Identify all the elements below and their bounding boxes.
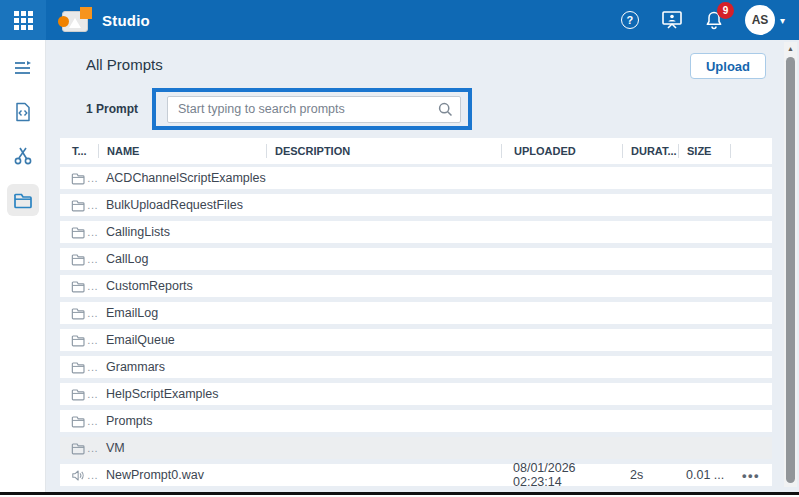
- help-icon: ?: [621, 11, 639, 29]
- table-row[interactable]: ...CustomReports: [60, 275, 772, 297]
- avatar: AS: [745, 5, 775, 35]
- col-header-description[interactable]: DESCRIPTION: [266, 144, 501, 158]
- col-header-type[interactable]: T...: [60, 144, 98, 158]
- table-row[interactable]: ...VM: [60, 437, 772, 459]
- topbar-actions: ? 9 AS ▾: [619, 5, 799, 35]
- cell-name[interactable]: CallingLists: [98, 225, 266, 239]
- type-ellipsis: ...: [87, 469, 98, 481]
- scroll-up-arrow-icon[interactable]: ▲: [784, 42, 797, 54]
- table-row[interactable]: ...Prompts: [60, 410, 772, 432]
- cell-type: ...: [60, 253, 98, 266]
- table-row[interactable]: ...EmailQueue: [60, 329, 772, 351]
- search-icon: [438, 102, 453, 117]
- table-row[interactable]: ...Grammars: [60, 356, 772, 378]
- prompts-table: T... NAME DESCRIPTION UPLOADED DURAT... …: [60, 138, 772, 491]
- col-header-name[interactable]: NAME: [98, 144, 266, 158]
- folder-icon: [71, 415, 85, 428]
- cell-name[interactable]: NewPrompt0.wav: [98, 468, 266, 482]
- cell-uploaded: 08/01/2026 02:23:14: [501, 461, 622, 489]
- cell-name[interactable]: EmailQueue: [98, 333, 266, 347]
- type-ellipsis: ...: [87, 415, 98, 427]
- folder-icon: [71, 442, 85, 455]
- app-title: Studio: [102, 12, 150, 29]
- scrollbar-thumb[interactable]: [786, 57, 795, 483]
- sidebar-item-flow-tools[interactable]: [7, 140, 39, 172]
- cell-type: ...: [60, 226, 98, 239]
- waffle-icon: [14, 11, 33, 30]
- folder-icon: [71, 361, 85, 374]
- table-row[interactable]: ...BulkUploadRequestFiles: [60, 194, 772, 216]
- cell-name[interactable]: CallLog: [98, 252, 266, 266]
- type-ellipsis: ...: [87, 334, 98, 346]
- type-ellipsis: ...: [87, 388, 98, 400]
- col-header-duration[interactable]: DURAT...: [622, 144, 678, 158]
- notification-badge: 9: [717, 2, 734, 19]
- script-list-icon: [13, 60, 33, 76]
- cell-type: ...: [60, 415, 98, 428]
- table-row[interactable]: ...EmailLog: [60, 302, 772, 324]
- cell-name[interactable]: CustomReports: [98, 279, 266, 293]
- vertical-scrollbar[interactable]: ▲: [784, 42, 797, 487]
- cell-name[interactable]: HelpScriptExamples: [98, 387, 266, 401]
- cell-type: ...: [60, 199, 98, 212]
- page-title: All Prompts: [86, 56, 163, 73]
- branch-icon: [13, 146, 33, 166]
- sidebar-item-code-files[interactable]: [7, 96, 39, 128]
- col-header-uploaded[interactable]: UPLOADED: [501, 144, 622, 158]
- folder-icon: [71, 226, 85, 239]
- folder-icon: [71, 388, 85, 401]
- cell-type: ...: [60, 307, 98, 320]
- cell-type: ...: [60, 172, 98, 185]
- user-menu[interactable]: AS ▾: [745, 5, 785, 35]
- table-row[interactable]: ...ACDChannelScriptExamples: [60, 167, 772, 189]
- table-row[interactable]: ...CallingLists: [60, 221, 772, 243]
- type-ellipsis: ...: [87, 172, 98, 184]
- folder-icon: [71, 280, 85, 293]
- upload-button[interactable]: Upload: [690, 53, 766, 79]
- col-header-size[interactable]: SIZE: [678, 144, 730, 158]
- cell-name[interactable]: ACDChannelScriptExamples: [98, 171, 266, 185]
- cell-menu: •••: [730, 468, 772, 483]
- table-row[interactable]: ...NewPrompt0.wav08/01/2026 02:23:142s0.…: [60, 464, 772, 486]
- folder-icon: [71, 172, 85, 185]
- screen-share-button[interactable]: [661, 9, 683, 31]
- app-launcher-button[interactable]: [0, 0, 46, 40]
- cell-type: ...: [60, 280, 98, 293]
- cell-name[interactable]: Prompts: [98, 414, 266, 428]
- cell-type: ...: [60, 388, 98, 401]
- search-box: [167, 96, 461, 123]
- row-actions-menu-icon[interactable]: •••: [742, 468, 760, 483]
- chevron-down-icon: ▾: [780, 15, 785, 26]
- sidebar: [0, 40, 46, 497]
- type-ellipsis: ...: [87, 253, 98, 265]
- notifications-button[interactable]: 9: [703, 9, 725, 31]
- cell-type: ...: [60, 334, 98, 347]
- audio-icon: [71, 469, 85, 482]
- cell-type: ...: [60, 361, 98, 374]
- folder-icon: [71, 334, 85, 347]
- monitor-icon: [661, 10, 683, 30]
- top-bar: Studio ? 9 AS ▾: [0, 0, 799, 40]
- prompt-count: 1 Prompt: [86, 102, 138, 116]
- table-header-row: T... NAME DESCRIPTION UPLOADED DURAT... …: [60, 138, 772, 164]
- table-row[interactable]: ...HelpScriptExamples: [60, 383, 772, 405]
- cell-type: ...: [60, 469, 98, 482]
- cell-name[interactable]: BulkUploadRequestFiles: [98, 198, 266, 212]
- table-row[interactable]: ...CallLog: [60, 248, 772, 270]
- cell-duration: 2s: [622, 468, 678, 482]
- search-highlight-callout: [152, 88, 472, 130]
- type-ellipsis: ...: [87, 307, 98, 319]
- cell-name[interactable]: Grammars: [98, 360, 266, 374]
- cell-type: ...: [60, 442, 98, 455]
- sidebar-item-scripts[interactable]: [7, 52, 39, 84]
- cell-name[interactable]: EmailLog: [98, 306, 266, 320]
- content-area: All Prompts Upload 1 Prompt T... NAME DE…: [46, 40, 799, 497]
- studio-logo: [60, 7, 92, 33]
- col-header-menu: [730, 144, 772, 158]
- cell-name[interactable]: VM: [98, 441, 266, 455]
- table-body: ...ACDChannelScriptExamples...BulkUpload…: [60, 167, 772, 486]
- search-input[interactable]: [167, 96, 461, 123]
- help-button[interactable]: ?: [619, 9, 641, 31]
- type-ellipsis: ...: [87, 361, 98, 373]
- sidebar-item-files[interactable]: [7, 184, 39, 216]
